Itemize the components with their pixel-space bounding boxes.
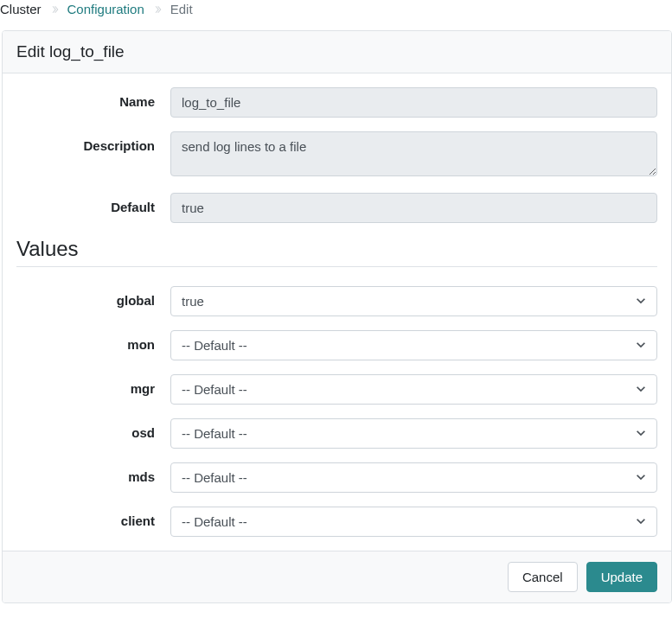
form-row-mgr: mgr -- Default -- xyxy=(16,374,657,405)
panel-footer: Cancel Update xyxy=(3,551,671,602)
form-row-client: client -- Default -- xyxy=(16,507,657,537)
osd-select[interactable]: -- Default -- xyxy=(170,418,657,449)
form-row-mds: mds -- Default -- xyxy=(16,462,657,493)
form-row-osd: osd -- Default -- xyxy=(16,418,657,449)
description-textarea: send log lines to a file xyxy=(170,131,657,176)
update-button[interactable]: Update xyxy=(586,562,657,592)
client-select[interactable]: -- Default -- xyxy=(170,507,657,537)
form-row-global: global true xyxy=(16,286,657,316)
mgr-select[interactable]: -- Default -- xyxy=(170,374,657,405)
name-input xyxy=(170,87,657,118)
breadcrumb-configuration-link[interactable]: Configuration xyxy=(67,2,144,16)
edit-config-panel: Edit log_to_file Name Description send l… xyxy=(2,30,672,603)
name-label: Name xyxy=(16,87,170,109)
mon-select[interactable]: -- Default -- xyxy=(170,330,657,360)
default-input xyxy=(170,193,657,223)
breadcrumb-cluster: Cluster xyxy=(0,2,42,16)
panel-body: Name Description send log lines to a fil… xyxy=(3,73,671,551)
global-label: global xyxy=(16,286,170,308)
mds-select[interactable]: -- Default -- xyxy=(170,462,657,493)
osd-label: osd xyxy=(16,418,170,440)
mon-label: mon xyxy=(16,330,170,352)
chevron-right-icon xyxy=(153,5,162,14)
description-label: Description xyxy=(16,131,170,153)
chevron-right-icon xyxy=(50,5,59,14)
form-row-default: Default xyxy=(16,193,657,223)
mds-label: mds xyxy=(16,462,170,484)
form-row-mon: mon -- Default -- xyxy=(16,330,657,360)
form-row-description: Description send log lines to a file xyxy=(16,131,657,179)
values-section-title: Values xyxy=(16,237,657,267)
breadcrumb: Cluster Configuration Edit xyxy=(0,0,672,29)
client-label: client xyxy=(16,507,170,528)
panel-title: Edit log_to_file xyxy=(3,31,671,73)
form-row-name: Name xyxy=(16,87,657,118)
default-label: Default xyxy=(16,193,170,214)
global-select[interactable]: true xyxy=(170,286,657,316)
cancel-button[interactable]: Cancel xyxy=(508,562,578,592)
mgr-label: mgr xyxy=(16,374,170,396)
breadcrumb-edit: Edit xyxy=(170,2,193,16)
